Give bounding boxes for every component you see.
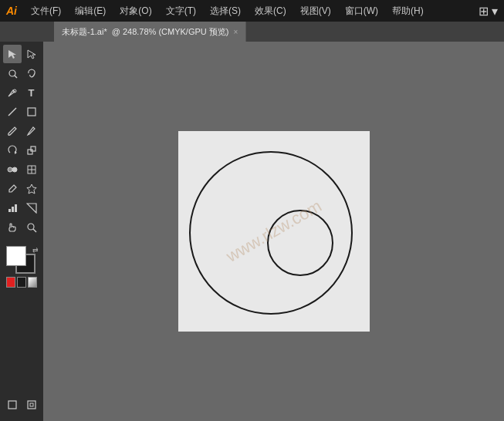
rotate-tools-row [2,141,42,160]
brush-tools-row [2,122,42,140]
menu-text[interactable]: 文字(T) [160,3,202,19]
gradient-swatch[interactable] [28,277,37,288]
live-paint-tool[interactable] [22,180,41,198]
svg-rect-6 [28,108,36,116]
black-swatch[interactable] [17,277,26,288]
color-swatches: ⇄ [6,246,40,275]
menu-edit[interactable]: 编辑(E) [69,3,112,19]
svg-rect-15 [8,209,11,212]
menu-select[interactable]: 选择(S) [204,3,247,19]
magic-wand-row [2,64,42,83]
color-section: ⇄ [2,243,42,291]
svg-marker-1 [28,50,36,59]
fill-swatch[interactable] [6,246,26,266]
svg-point-2 [9,70,15,76]
blend-tools-row [2,160,42,179]
main-layout: T [0,42,504,421]
menu-object[interactable]: 对象(O) [113,3,157,19]
svg-line-19 [27,204,36,213]
line-tool[interactable] [3,103,22,121]
chart-tools-row [2,199,42,217]
menu-bar: 文件(F) 编辑(E) 对象(O) 文字(T) 选择(S) 效果(C) 视图(V… [25,3,474,19]
panels-icon[interactable]: ⊞ ▾ [479,4,498,19]
rotate-tool[interactable] [3,141,22,160]
menu-help[interactable]: 帮助(H) [386,3,430,19]
rect-tool[interactable] [22,103,41,121]
left-toolbar: T [0,42,43,421]
canvas-area[interactable]: www.rlzw.com [43,42,504,421]
line-tools-row [2,103,42,121]
scale-tool[interactable] [22,141,41,160]
document-tab[interactable]: 未标题-1.ai* @ 248.78% (CMYK/GPU 预览) × [54,22,246,42]
swap-colors-icon[interactable]: ⇄ [32,246,39,254]
tab-title: 未标题-1.ai* [62,26,107,38]
svg-line-5 [8,108,16,116]
title-bar: Ai 文件(F) 编辑(E) 对象(O) 文字(T) 选择(S) 效果(C) 视… [0,0,504,22]
menu-effect[interactable]: 效果(C) [249,3,293,19]
pen-tool[interactable] [3,83,22,102]
svg-rect-16 [12,207,14,212]
artboard: www.rlzw.com [178,131,370,332]
blend-tool[interactable] [3,160,22,179]
chart-tool[interactable] [3,199,22,217]
outer-circle [190,152,352,314]
magic-wand-tool[interactable] [3,64,22,83]
inside-draw-mode[interactable] [22,396,41,414]
inner-circle [268,210,333,275]
normal-draw-mode[interactable] [3,396,22,414]
menu-file[interactable]: 文件(F) [25,3,67,19]
svg-rect-9 [31,147,36,151]
slice-tool[interactable] [22,199,41,217]
selection-tools-row [2,45,42,63]
svg-rect-22 [8,401,16,409]
svg-marker-0 [8,50,16,59]
red-swatch[interactable] [6,277,15,288]
hand-tool[interactable] [3,218,22,237]
svg-line-3 [15,76,17,78]
direct-select-tool[interactable] [22,45,41,63]
menu-window[interactable]: 窗口(W) [339,3,384,19]
type-tool[interactable]: T [22,83,41,102]
eyedrop-tools-row [2,180,42,198]
svg-rect-23 [28,401,36,409]
svg-line-21 [33,229,36,232]
svg-point-20 [28,224,34,230]
mesh-tool[interactable] [22,160,41,179]
svg-rect-24 [30,403,33,406]
hand-tools-row [2,218,42,237]
eyedropper-tool[interactable] [3,180,22,198]
svg-rect-17 [15,204,17,212]
draw-mode-row [2,396,42,414]
paintbrush-tool[interactable] [3,122,22,140]
selection-tool[interactable] [3,45,22,63]
svg-rect-8 [28,150,32,154]
tab-bar: 未标题-1.ai* @ 248.78% (CMYK/GPU 预览) × [0,22,504,42]
zoom-tool[interactable] [22,218,41,237]
tab-info: @ 248.78% (CMYK/GPU 预览) [112,26,229,38]
svg-point-11 [12,167,17,172]
tab-close-button[interactable]: × [233,28,238,36]
quick-colors-row [6,277,37,288]
pencil-tool[interactable] [22,122,41,140]
menu-view[interactable]: 视图(V) [294,3,337,19]
artwork-svg [178,131,370,332]
pen-tools-row: T [2,83,42,102]
ai-logo: Ai [6,5,17,17]
svg-point-10 [8,167,12,172]
lasso-tool[interactable] [22,64,41,83]
